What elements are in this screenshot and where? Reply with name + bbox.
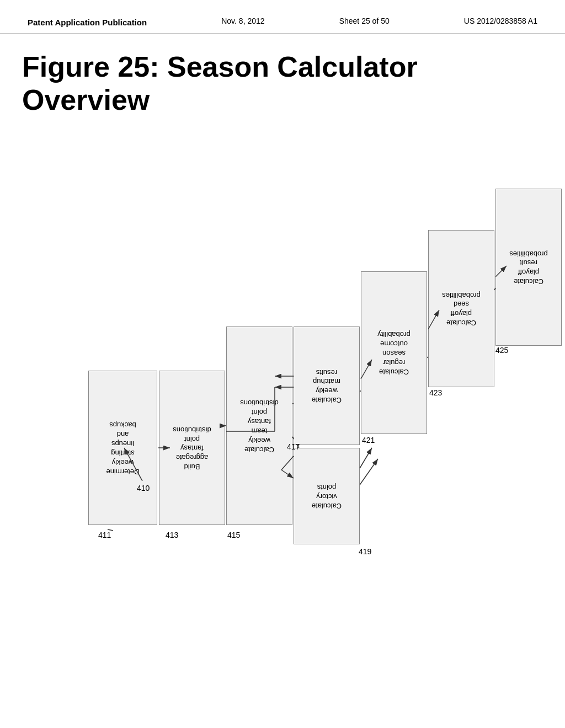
patent-number: US 2012/0283858 A1 — [464, 17, 537, 25]
box-417: Calculateweeklymatchupresults — [294, 326, 360, 445]
main-content: Figure 25: Season Calculator Overview — [0, 34, 565, 718]
header-date: Nov. 8, 2012 — [221, 17, 264, 25]
label-415: 415 — [227, 531, 240, 539]
label-411: 411 — [98, 531, 111, 539]
publication-title: Patent Application Publication — [28, 17, 147, 28]
svg-line-5 — [359, 459, 378, 486]
label-413: 413 — [166, 531, 178, 539]
svg-line-15 — [360, 448, 372, 468]
box-423: Calculateplayoffseedprobabilities — [428, 230, 494, 387]
label-417: 417 — [287, 442, 300, 451]
box-425: Calculateplayoffresultprobabilities — [495, 189, 562, 346]
page-header: Patent Application Publication Nov. 8, 2… — [0, 0, 565, 34]
label-419: 419 — [359, 547, 371, 556]
box-415: Calculateweeklyteamfantasypointdistribut… — [226, 326, 292, 525]
label-421: 421 — [362, 436, 375, 445]
label-410: 410 — [137, 484, 150, 493]
pub-title-text: Patent Application Publication — [28, 18, 147, 27]
box-419: Calculatevictorypoints — [294, 448, 360, 544]
box-421: Calculateregularseasonoutcomeprobability — [361, 271, 427, 434]
box-411: Determine weekly starting lineups and ba… — [88, 371, 157, 525]
flowchart: Determine weekly starting lineups and ba… — [17, 128, 548, 707]
label-425: 425 — [495, 346, 508, 355]
box-413: Buildaggregatefantasypointdistributions — [159, 371, 225, 525]
label-423: 423 — [429, 388, 442, 397]
figure-title: Figure 25: Season Calculator Overview — [22, 51, 548, 117]
sheet-info: Sheet 25 of 50 — [339, 17, 390, 25]
